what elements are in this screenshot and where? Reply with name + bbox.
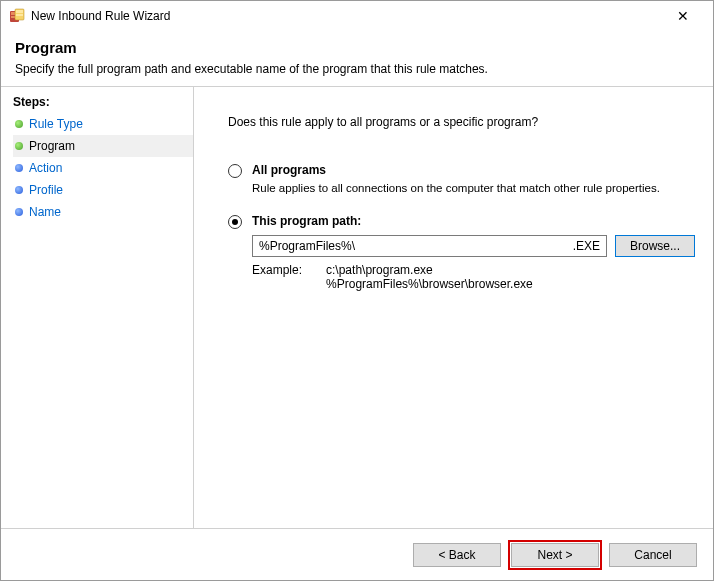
program-path-input[interactable] bbox=[259, 239, 573, 253]
browse-button[interactable]: Browse... bbox=[615, 235, 695, 257]
step-bullet-icon bbox=[15, 208, 23, 216]
step-label[interactable]: Program bbox=[29, 139, 75, 153]
example-label: Example: bbox=[252, 263, 302, 291]
step-bullet-icon bbox=[15, 120, 23, 128]
step-name[interactable]: Name bbox=[13, 201, 193, 223]
step-label[interactable]: Profile bbox=[29, 183, 63, 197]
cancel-button[interactable]: Cancel bbox=[609, 543, 697, 567]
firewall-wizard-icon bbox=[9, 8, 25, 24]
svg-rect-5 bbox=[16, 14, 23, 16]
radio-icon[interactable] bbox=[228, 164, 242, 178]
radio-icon[interactable] bbox=[228, 215, 242, 229]
step-label[interactable]: Action bbox=[29, 161, 62, 175]
radio-label: This program path: bbox=[252, 214, 361, 228]
wizard-window: New Inbound Rule Wizard ✕ Program Specif… bbox=[0, 0, 714, 581]
step-bullet-icon bbox=[15, 142, 23, 150]
wizard-header: Program Specify the full program path an… bbox=[1, 31, 713, 86]
example-row: Example: c:\path\program.exe %ProgramFil… bbox=[252, 263, 695, 291]
step-bullet-icon bbox=[15, 164, 23, 172]
step-label[interactable]: Name bbox=[29, 205, 61, 219]
close-button[interactable]: ✕ bbox=[663, 2, 703, 30]
page-title: Program bbox=[15, 39, 699, 56]
steps-sidebar: Steps: Rule Type Program Action Profile bbox=[1, 87, 193, 528]
wizard-footer: < Back Next > Cancel bbox=[1, 528, 713, 580]
wizard-body: Steps: Rule Type Program Action Profile bbox=[1, 87, 713, 528]
step-bullet-icon bbox=[15, 186, 23, 194]
page-subtitle: Specify the full program path and execut… bbox=[15, 62, 699, 76]
step-rule-type[interactable]: Rule Type bbox=[13, 113, 193, 135]
step-action[interactable]: Action bbox=[13, 157, 193, 179]
titlebar: New Inbound Rule Wizard ✕ bbox=[1, 1, 713, 31]
program-path-row: .EXE Browse... bbox=[252, 235, 695, 257]
example-path-1: c:\path\program.exe bbox=[326, 263, 533, 277]
exe-extension-label: .EXE bbox=[573, 239, 600, 253]
window-title: New Inbound Rule Wizard bbox=[31, 9, 170, 23]
next-button[interactable]: Next > bbox=[511, 543, 599, 567]
titlebar-left: New Inbound Rule Wizard bbox=[9, 8, 170, 24]
radio-label: All programs bbox=[252, 163, 326, 177]
steps-list: Rule Type Program Action Profile Name bbox=[13, 113, 193, 223]
step-program[interactable]: Program bbox=[13, 135, 193, 157]
question-text: Does this rule apply to all programs or … bbox=[228, 115, 695, 129]
program-path-input-wrap: .EXE bbox=[252, 235, 607, 257]
example-paths: c:\path\program.exe %ProgramFiles%\brows… bbox=[326, 263, 533, 291]
radio-this-program-path[interactable]: This program path: bbox=[228, 214, 695, 229]
radio-all-programs[interactable]: All programs bbox=[228, 163, 695, 178]
step-profile[interactable]: Profile bbox=[13, 179, 193, 201]
step-label[interactable]: Rule Type bbox=[29, 117, 83, 131]
back-button[interactable]: < Back bbox=[413, 543, 501, 567]
radio-all-desc: Rule applies to all connections on the c… bbox=[252, 182, 695, 194]
example-path-2: %ProgramFiles%\browser\browser.exe bbox=[326, 277, 533, 291]
steps-heading: Steps: bbox=[13, 95, 193, 109]
svg-rect-4 bbox=[16, 10, 23, 13]
wizard-content: Does this rule apply to all programs or … bbox=[194, 87, 713, 528]
